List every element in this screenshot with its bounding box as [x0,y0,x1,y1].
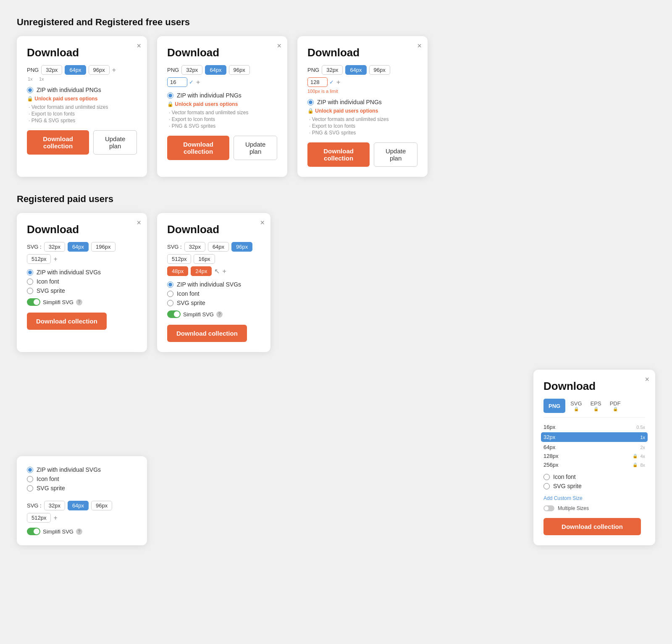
size-item-32[interactable]: 32px 1x [541,432,648,442]
close-button-large[interactable]: × [645,376,649,383]
close-button-3[interactable]: × [417,42,422,50]
size-btn-32-p1[interactable]: 32px [44,242,65,252]
card-title-large: Download [543,380,645,393]
unlock-link-1[interactable]: 🔒 Unlock paid users options [27,96,137,102]
format-tab-png[interactable]: PNG [543,399,565,413]
close-button-p2[interactable]: × [260,219,265,226]
radio-iconfont-large[interactable]: Icon font [543,473,645,480]
size-btn-96-p2[interactable]: 96px [231,242,252,252]
radio-iconfont-p2[interactable]: Icon font [167,290,260,297]
large-card: × Download PNG SVG 🔒 EPS 🔒 PDF 🔒 [533,370,655,545]
size-add-1[interactable]: + [112,66,116,74]
simplifi-toggle-p1[interactable] [27,298,40,306]
add-custom-size-btn[interactable]: Add Custom Size [543,494,583,503]
radio-zip-1[interactable]: ZIP with individual PNGs [27,87,137,93]
info-icon-p2[interactable]: ? [216,311,223,318]
btn-row-large: Download collection [543,518,645,535]
size-item-128[interactable]: 128px 🔒 4x [541,452,648,460]
size-btn-64-3[interactable]: 64px [345,65,366,75]
size-item-16[interactable]: 16px 0.5x [541,423,648,431]
feature-list-2: Vector formats and unlimited sizes Expor… [169,110,277,129]
format-label-1: PNG [27,67,39,73]
radio-sprite-p1[interactable]: SVG sprite [27,287,137,294]
section-title-unregistered: Unregistered and Registered free users [17,17,655,28]
close-button-2[interactable]: × [277,42,281,50]
info-icon-p1[interactable]: ? [76,299,82,305]
simplifi-toggle-b[interactable] [27,528,40,535]
unlock-link-2[interactable]: 🔒 Unlock paid users options [167,101,277,107]
size-btn-32-3[interactable]: 32px [322,65,343,75]
close-button-p1[interactable]: × [136,219,141,226]
info-icon-b[interactable]: ? [76,528,82,535]
radio-zip-svg-p2[interactable]: ZIP with individual SVGs [167,281,260,288]
size-btn-64-p1[interactable]: 64px [68,242,89,252]
radio-zip-3[interactable]: ZIP with individual PNGs [307,99,417,105]
bottom-left: ZIP with individual SVGs Icon font SVG s… [17,369,294,545]
simplifi-row-p1: Simplifi SVG ? [27,298,137,306]
size-btn-512-p1[interactable]: 512px [27,254,51,264]
multiple-sizes-toggle[interactable] [543,505,554,511]
radio-zip-svg-p1[interactable]: ZIP with individual SVGs [27,269,137,276]
size-512-b[interactable]: 512px [27,513,51,523]
close-button-1[interactable]: × [136,42,141,50]
size-btn-64-p2[interactable]: 64px [208,242,229,252]
custom-size-input-2[interactable] [167,77,187,87]
radio-iconfont-b[interactable]: Icon font [27,476,137,482]
radio-sprite-b[interactable]: SVG sprite [27,485,137,492]
format-tab-eps[interactable]: EPS 🔒 [587,399,605,413]
radio-sprite-large[interactable]: SVG sprite [543,483,645,489]
size-btn-512-p2[interactable]: 512px [167,254,191,264]
size-btn-64-2[interactable]: 64px [205,65,226,75]
size-96-b[interactable]: 96px [91,501,112,510]
size-add-p1[interactable]: + [53,255,57,263]
size-btn-16-p2[interactable]: 16px [194,254,215,264]
radio-zip-b[interactable]: ZIP with individual SVGs [27,466,137,473]
radio-sprite-p2[interactable]: SVG sprite [167,300,260,306]
size-btn-24-p2[interactable]: 24px [191,266,212,276]
download-btn-3[interactable]: Download collection [307,142,370,167]
btn-row-3: Download collection Update plan [307,142,417,167]
size-32-b[interactable]: 32px [44,501,65,510]
size-btn-96-2[interactable]: 96px [229,65,250,75]
size-row-3: PNG 32px 64px 96px ✓ + [307,65,417,87]
size-item-256[interactable]: 256px 🔒 8x [541,460,648,469]
unlock-link-3[interactable]: 🔒 Unlock paid users options [307,108,417,114]
download-btn-2[interactable]: Download collection [167,136,229,160]
update-btn-1[interactable]: Update plan [93,130,137,155]
size-add-b[interactable]: + [53,514,57,522]
bottom-section: ZIP with individual SVGs Icon font SVG s… [17,369,655,545]
size-btn-96-1[interactable]: 96px [89,65,110,75]
format-tab-pdf[interactable]: PDF 🔒 [606,399,624,413]
update-btn-2[interactable]: Update plan [234,136,277,160]
size-btn-32-2[interactable]: 32px [181,65,202,75]
download-btn-large[interactable]: Download collection [543,518,641,535]
size-item-64[interactable]: 64px 2x [541,443,648,452]
size-add-p2[interactable]: + [222,268,226,275]
download-btn-p2[interactable]: Download collection [167,325,247,342]
card-free-2: × Download PNG 32px 64px 96px ✓ + ZIP wi… [157,36,287,177]
custom-size-input-3[interactable] [307,77,328,87]
download-btn-1[interactable]: Download collection [27,130,89,155]
section-title-registered: Registered paid users [17,194,655,205]
size-add-2[interactable]: + [196,79,200,86]
size-btn-32-1[interactable]: 32px [41,65,62,75]
svg-size-row-b: SVG : 32px 64px 96px 512px + [27,501,137,523]
simplifi-toggle-p2[interactable] [167,310,181,318]
size-btn-32-p2[interactable]: 32px [184,242,205,252]
size-btn-96-3[interactable]: 96px [369,65,390,75]
check-icon-2: ✓ [189,79,194,85]
update-btn-3[interactable]: Update plan [374,142,417,167]
size-add-3[interactable]: + [336,79,340,86]
size-btn-196-p1[interactable]: 196px [91,242,115,252]
format-tab-svg[interactable]: SVG 🔒 [567,399,585,413]
options-p2: ZIP with individual SVGs Icon font SVG s… [167,281,260,306]
btn-row-2: Download collection Update plan [167,136,277,160]
radio-zip-2[interactable]: ZIP with individual PNGs [167,92,277,99]
radio-iconfont-p1[interactable]: Icon font [27,278,137,285]
btn-row-p2: Download collection [167,325,260,342]
simplifi-row-p2: Simplifi SVG ? [167,310,260,318]
size-btn-64-1[interactable]: 64px [65,65,86,75]
download-btn-p1[interactable]: Download collection [27,313,107,330]
size-64-b[interactable]: 64px [68,501,89,510]
size-btn-48-p2[interactable]: 48px [167,266,188,276]
